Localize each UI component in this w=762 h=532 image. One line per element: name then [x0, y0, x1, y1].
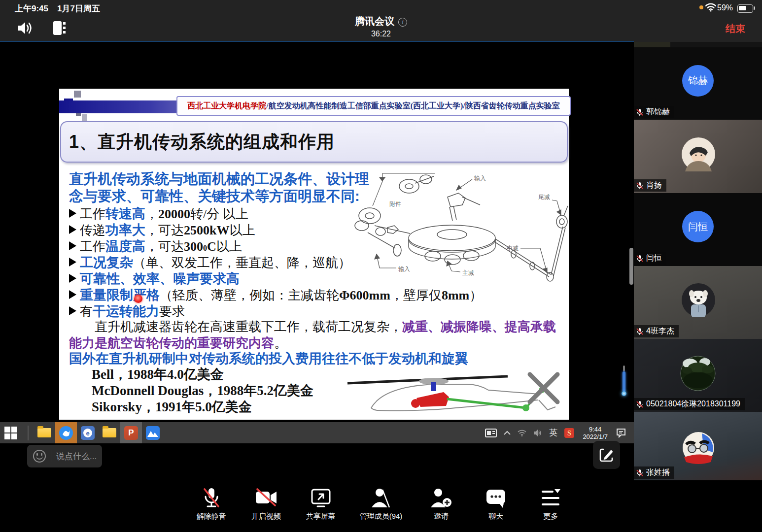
- avatar: 闫恒: [682, 211, 714, 242]
- file-explorer-icon[interactable]: [34, 422, 55, 443]
- participant-tile[interactable]: 05021804徐琳2018301199: [634, 339, 762, 412]
- clock-area: 上午9:451月7日周五: [15, 3, 100, 14]
- mic-muted-icon: [636, 400, 644, 408]
- taskbar-separator: [28, 426, 29, 440]
- slide-body: 直升机传动系统与地面机械的工况条件、设计理 念与要求、可靠性、关键技术等方面明显…: [69, 170, 561, 415]
- bullet-speed: 工作转速高，20000转/分 以上: [69, 205, 561, 221]
- triangle-arrow-icon: [69, 225, 76, 234]
- deco-square: [82, 114, 87, 121]
- powerpoint-app-icon[interactable]: P: [120, 422, 142, 443]
- share-screen-button[interactable]: 共享屏幕: [305, 487, 337, 521]
- intro-line: 直升机传动系统与地面机械的工况条件、设计理: [69, 170, 561, 188]
- mic-muted-icon: [636, 328, 644, 335]
- mic-muted-icon: [201, 487, 222, 509]
- more-button[interactable]: 更多: [535, 487, 566, 521]
- bullet-power: 传递功率大，可达2500kW以上: [69, 221, 561, 237]
- bullet-reliability: 可靠性、效率、噪声要求高: [69, 270, 561, 286]
- participant-name: 闫恒: [646, 253, 662, 264]
- tray-chevron-icon[interactable]: [504, 431, 511, 435]
- laser-pointer-dot: [134, 295, 142, 303]
- info-icon[interactable]: i: [398, 18, 407, 27]
- chat-button[interactable]: 聊天: [480, 487, 512, 521]
- status-bar: 上午9:451月7日周五 腾讯会议i 36:22 59% 结束: [0, 0, 762, 42]
- tray-time: 9:44: [583, 426, 608, 433]
- tray-wifi-icon[interactable]: [518, 430, 526, 436]
- triangle-arrow-icon: [69, 241, 76, 250]
- mic-muted-icon: [636, 255, 644, 263]
- share-screen-icon: [310, 487, 332, 509]
- camera-off-icon: [254, 487, 278, 509]
- toolbar-label: 聊天: [488, 512, 503, 521]
- participant-tile[interactable]: 肖扬: [634, 120, 762, 194]
- meeting-toolbar: 解除静音 开启视频 共享屏幕 管理成员(94) 邀请 聊天 更多: [0, 487, 762, 521]
- toolbar-label: 解除静音: [197, 512, 226, 521]
- toolbar-label: 共享屏幕: [306, 512, 336, 521]
- avatar: 锦赫: [682, 65, 714, 97]
- emoji-icon[interactable]: [33, 450, 46, 463]
- intro-line: 念与要求、可靠性、关键技术等方面明显不同:: [69, 188, 561, 205]
- participant-name: 张姓播: [646, 467, 670, 478]
- folder-window-icon[interactable]: [99, 422, 120, 443]
- toolbar-label: 开启视频: [251, 512, 281, 521]
- toolbar-label: 管理成员(94): [360, 512, 403, 521]
- avatar: [681, 283, 716, 319]
- end-meeting-button[interactable]: 结束: [726, 22, 745, 35]
- example-mcdonnell: McDonnell Douglas，1988年5.2亿美金: [92, 383, 561, 399]
- tray-volume-icon[interactable]: [533, 429, 542, 437]
- browser-e-app-icon[interactable]: e: [77, 422, 99, 443]
- triangle-arrow-icon: [69, 209, 76, 218]
- chat-icon: [485, 487, 507, 509]
- participant-tile[interactable]: 4班李杰: [634, 266, 762, 339]
- slide-title: 1、直升机传动系统的组成和作用: [69, 130, 335, 154]
- triangle-arrow-icon: [69, 306, 76, 315]
- triangle-arrow-icon: [69, 258, 76, 266]
- mic-muted-icon: [636, 182, 644, 190]
- stylus-pointer-icon: [621, 366, 627, 398]
- members-icon: [370, 487, 392, 509]
- pip-icon[interactable]: [485, 429, 497, 437]
- bullet-temperature: 工作温度高，可达3000C以上: [69, 237, 561, 254]
- toolbar-label: 更多: [543, 512, 558, 521]
- mountain-app-icon[interactable]: [142, 422, 164, 443]
- banner-labs: /航空发动机高性能制造工信部重点实验室(西北工业大学)/陕西省齿轮传动重点实验室: [266, 101, 560, 111]
- meeting-app-window: 上午9:451月7日周五 腾讯会议i 36:22 59% 结束 西北工业大学机电…: [0, 0, 762, 532]
- unmute-button[interactable]: 解除静音: [196, 487, 227, 521]
- invite-icon: [430, 487, 452, 509]
- deco-square: [74, 91, 81, 98]
- meeting-title: 腾讯会议i: [0, 15, 762, 28]
- notification-center-icon[interactable]: [616, 428, 627, 438]
- invite-button[interactable]: 邀请: [425, 487, 457, 521]
- investment-line: 国外在直升机研制中对传动系统的投入费用往往不低于发动机和旋翼: [69, 351, 561, 366]
- chat-input[interactable]: 说点什么...: [27, 445, 102, 467]
- tray-clock[interactable]: 9:44 2022/1/7: [583, 426, 608, 440]
- toolbar-label: 邀请: [434, 512, 449, 521]
- mic-active-dot: [699, 5, 703, 9]
- bullet-dry-run: 有干运转能力要求: [69, 302, 561, 319]
- participant-name: 郭锦赫: [646, 107, 670, 117]
- participant-tile[interactable]: 锦赫 郭锦赫: [634, 47, 762, 120]
- scrollbar-thumb[interactable]: [629, 248, 633, 285]
- start-video-button[interactable]: 开启视频: [250, 487, 282, 521]
- bullet-weight: 重量限制严格（轻质、薄壁，例如：主减齿轮Φ600mm，壁厚仅8mm）: [69, 286, 561, 302]
- start-button[interactable]: [0, 422, 22, 443]
- participant-name: 肖扬: [646, 180, 662, 191]
- participant-tile[interactable]: 闫恒 闫恒: [634, 193, 762, 266]
- avatar: [681, 137, 716, 173]
- more-icon: [540, 487, 561, 509]
- wifi-icon: [705, 3, 716, 14]
- slide-title-box: 1、直升机传动系统的组成和作用: [60, 121, 568, 163]
- avatar: [682, 432, 715, 466]
- participant-name: 05021804徐琳2018301199: [646, 399, 740, 409]
- triangle-arrow-icon: [69, 290, 76, 299]
- annotation-tool-button[interactable]: [593, 441, 620, 469]
- manage-members-button[interactable]: 管理成员(94): [360, 487, 403, 521]
- ime-indicator[interactable]: 英: [549, 427, 557, 438]
- sogou-icon[interactable]: S: [564, 428, 574, 438]
- tencent-meeting-app-icon[interactable]: [55, 422, 77, 443]
- participant-tile[interactable]: 张姓播: [634, 412, 762, 481]
- research-paragraph: 直升机减速器齿轮在高速重载下工作，载荷工况复杂，减重、减振降噪、提高承载能力是航…: [69, 319, 557, 351]
- svg-text:S: S: [567, 430, 571, 437]
- mic-muted-icon: [636, 469, 644, 477]
- example-bell: Bell，1988年4.0亿美金: [92, 366, 561, 383]
- mic-muted-icon: [636, 108, 644, 116]
